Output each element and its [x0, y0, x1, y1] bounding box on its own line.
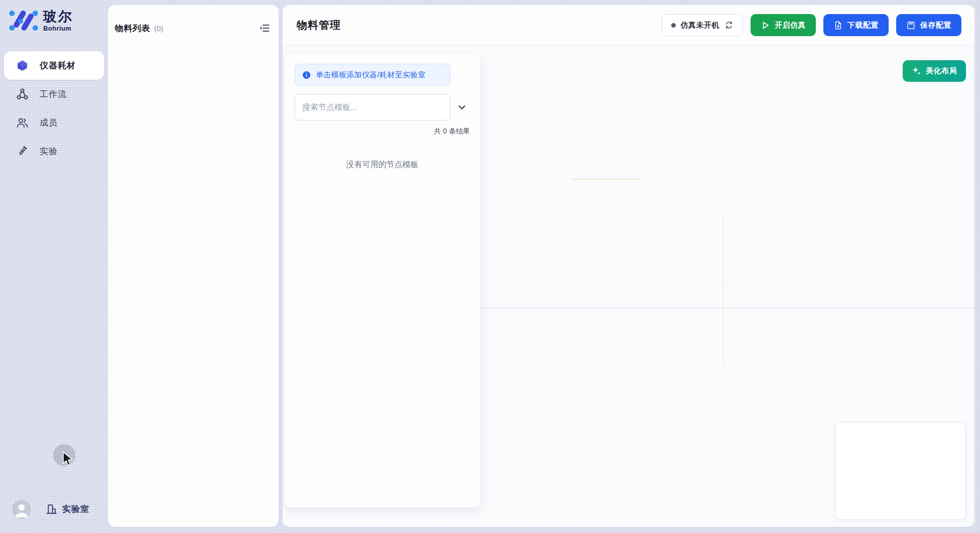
start-sim-label: 开启仿真 — [775, 21, 806, 30]
sidebar-item-members[interactable]: 成员 — [4, 108, 104, 137]
save-config-label: 保存配置 — [920, 21, 951, 30]
canvas-minimap[interactable] — [835, 422, 966, 520]
chevron-down-icon[interactable] — [455, 100, 469, 114]
sidebar-item-workflow[interactable]: 工作流 — [4, 80, 104, 108]
sidebar-nav: 仪器耗材 工作流 — [4, 51, 104, 166]
sidebar-footer: 实验室 — [0, 499, 108, 521]
download-icon — [833, 21, 843, 30]
brand-name: 玻尔 — [43, 10, 73, 24]
template-hint-text: 单击模板添加仪器/耗材至实验室 — [316, 70, 426, 80]
template-hint-banner: 单击模板添加仪器/耗材至实验室 — [295, 64, 450, 86]
collapse-panel-icon[interactable] — [258, 21, 272, 35]
main-header: 物料管理 仿真未开机 — [283, 5, 974, 46]
download-config-button[interactable]: 下载配置 — [823, 14, 889, 36]
status-dot — [671, 23, 676, 28]
cube-icon — [16, 59, 29, 72]
logo-mark-icon — [8, 7, 39, 35]
canvas-guide-line-vertical — [723, 215, 724, 365]
sparkles-icon — [912, 66, 921, 76]
template-empty-text: 没有可用的节点模板 — [295, 160, 470, 170]
template-search-row — [295, 94, 470, 120]
header-actions: 仿真未开机 开启仿真 — [662, 14, 962, 36]
save-icon — [906, 21, 916, 30]
sidebar-item-label: 成员 — [40, 117, 58, 128]
beautify-layout-button[interactable]: 美化布局 — [903, 60, 966, 82]
start-sim-button[interactable]: 开启仿真 — [751, 14, 816, 36]
materials-list-panel: 物料列表 (0) — [108, 5, 279, 527]
lab-switcher[interactable]: 实验室 — [45, 503, 89, 515]
template-search-input[interactable] — [295, 94, 450, 120]
main-panel: 物料管理 仿真未开机 — [283, 5, 974, 527]
page-title: 物料管理 — [297, 18, 341, 32]
brand-subtitle: Bohrium — [43, 25, 73, 32]
sim-status-pill[interactable]: 仿真未开机 — [662, 14, 744, 36]
canvas-guide-line-short — [572, 179, 639, 180]
avatar[interactable] — [12, 500, 31, 519]
sim-status-label: 仿真未开机 — [681, 21, 720, 30]
materials-list-header: 物料列表 (0) — [108, 5, 279, 35]
materials-list-count: (0) — [154, 24, 163, 33]
brand-logo[interactable]: 玻尔 Bohrium — [8, 7, 73, 35]
sidebar-item-label: 仪器耗材 — [40, 60, 76, 71]
node-template-panel: 单击模板添加仪器/耗材至实验室 共 0 条结果 没有可用的节点模板 — [285, 54, 480, 507]
save-config-button[interactable]: 保存配置 — [896, 14, 961, 36]
workflow-icon — [16, 88, 29, 100]
sidebar-item-experiment[interactable]: 实验 — [4, 137, 104, 166]
sidebar-item-label: 实验 — [40, 146, 58, 157]
members-icon — [16, 116, 29, 129]
play-icon — [761, 21, 770, 30]
lab-label: 实验室 — [62, 503, 89, 515]
sidebar-item-instruments[interactable]: 仪器耗材 — [4, 51, 104, 80]
experiment-icon — [16, 145, 29, 158]
template-result-count: 共 0 条结果 — [295, 127, 470, 136]
sidebar: 玻尔 Bohrium 仪器耗材 — [0, 0, 108, 533]
app-root: { "brand": { "name": "玻尔", "subtitle": "… — [0, 0, 980, 533]
sidebar-item-label: 工作流 — [40, 88, 67, 100]
canvas-guide-line-horizontal — [479, 308, 974, 309]
refresh-icon[interactable] — [724, 21, 733, 30]
building-icon — [45, 503, 58, 515]
info-icon — [302, 70, 311, 80]
beautify-layout-label: 美化布局 — [926, 66, 957, 76]
download-config-label: 下载配置 — [847, 21, 879, 30]
flow-canvas[interactable]: 单击模板添加仪器/耗材至实验室 共 0 条结果 没有可用的节点模板 — [283, 46, 974, 527]
materials-list-title: 物料列表 — [115, 23, 150, 34]
